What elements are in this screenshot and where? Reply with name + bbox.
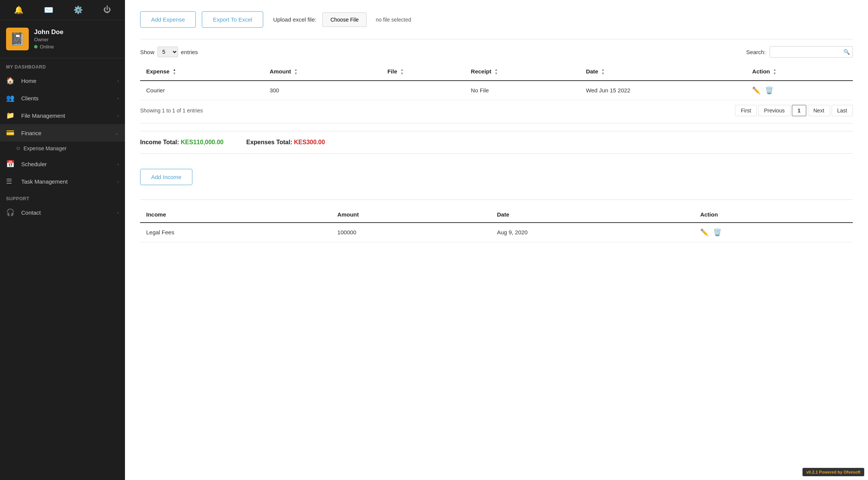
income-amount-col-header: Amount: [331, 207, 491, 223]
user-status: Online: [34, 44, 63, 50]
sidebar-item-task-management-label: Task Management: [21, 178, 117, 185]
file-management-icon: 📁: [6, 111, 17, 120]
action-col-header: Action ▲▼: [746, 64, 853, 81]
search-area: Search: 🔍: [746, 46, 853, 58]
expense-table: Expense ▲▼ Amount ▲▼ File ▲▼: [140, 64, 853, 100]
previous-page-button[interactable]: Previous: [758, 105, 790, 116]
sidebar-item-finance-label: Finance: [21, 130, 115, 136]
sidebar-item-home[interactable]: 🏠 Home ›: [0, 72, 125, 89]
pagination-controls: First Previous 1 Next Last: [735, 105, 853, 116]
sidebar: 🔔 ✉️ ⚙️ ⏻ 📓 John Doe Owner Online My Das…: [0, 0, 125, 480]
gear-icon[interactable]: ⚙️: [73, 5, 83, 14]
amount-col-header[interactable]: Amount ▲▼: [264, 64, 381, 81]
income-total-value: KES110,000.00: [181, 139, 223, 145]
show-label: Show: [140, 49, 155, 55]
task-management-icon: ☰: [6, 177, 17, 185]
sidebar-item-expense-manager[interactable]: Expense Manager: [0, 142, 125, 155]
delete-icon[interactable]: 🗑️: [765, 87, 773, 94]
sidebar-item-task-management[interactable]: ☰ Task Management ›: [0, 173, 125, 190]
file-col-header[interactable]: File ▲▼: [381, 64, 465, 81]
chevron-right-icon: ›: [117, 95, 119, 101]
finance-icon: 💳: [6, 129, 17, 137]
chevron-right-icon: ›: [117, 78, 119, 84]
next-page-button[interactable]: Next: [808, 105, 830, 116]
income-edit-icon[interactable]: ✏️: [700, 229, 709, 236]
sidebar-item-expense-manager-label: Expense Manager: [23, 145, 67, 151]
version-brand: Ofvesoft: [843, 470, 860, 474]
income-action-col-header: Action: [694, 207, 853, 223]
action-cell: ✏️ 🗑️: [746, 81, 853, 100]
last-page-button[interactable]: Last: [832, 105, 853, 116]
amount-cell: 300: [264, 81, 381, 100]
pagination-row: Showing 1 to 1 of 1 entries First Previo…: [140, 105, 853, 116]
sidebar-item-contact[interactable]: 🎧 Contact ›: [0, 204, 125, 221]
first-page-button[interactable]: First: [735, 105, 757, 116]
upload-label: Upload excel file:: [273, 16, 316, 23]
expenses-total-value: KES300.00: [294, 139, 325, 145]
add-income-section: Add Income: [140, 161, 853, 193]
receipt-cell: No File: [465, 81, 580, 100]
income-date-cell: Aug 9, 2020: [491, 223, 694, 242]
income-table: Income Amount Date Action Legal Fees 100…: [140, 207, 853, 242]
export-excel-button[interactable]: Export To Excel: [202, 11, 263, 28]
section-support: Support: [0, 190, 125, 204]
sidebar-item-clients[interactable]: 👥 Clients ›: [0, 89, 125, 107]
expenses-total: Expenses Total: KES300.00: [246, 139, 325, 146]
sidebar-item-file-management-label: File Management: [21, 112, 117, 119]
sort-icons-amount: ▲▼: [294, 68, 298, 76]
bell-icon[interactable]: 🔔: [14, 5, 23, 14]
entries-select[interactable]: 5 10 25 50: [158, 47, 178, 57]
sidebar-item-clients-label: Clients: [21, 95, 117, 101]
sub-dot-icon: [17, 147, 20, 150]
version-text: v0.2.1 Powered by: [806, 470, 843, 474]
online-indicator: [34, 45, 37, 48]
expense-cell: Courier: [140, 81, 264, 100]
user-name: John Doe: [34, 28, 63, 36]
table-row: Courier 300 No File Wed Jun 15 2022 ✏️ 🗑…: [140, 81, 853, 100]
chevron-right-icon: ›: [117, 210, 119, 215]
add-income-button[interactable]: Add Income: [140, 169, 192, 185]
income-amount-cell: 100000: [331, 223, 491, 242]
current-page-button[interactable]: 1: [792, 105, 806, 116]
sidebar-top-icons: 🔔 ✉️ ⚙️ ⏻: [0, 0, 125, 20]
income-date-col-header: Date: [491, 207, 694, 223]
show-entries: Show 5 10 25 50 entries: [140, 47, 198, 57]
receipt-col-header[interactable]: Receipt ▲▼: [465, 64, 580, 81]
add-expense-button[interactable]: Add Expense: [140, 11, 196, 28]
mail-icon[interactable]: ✉️: [44, 5, 53, 14]
sort-icons-receipt: ▲▼: [495, 68, 498, 76]
search-input[interactable]: [770, 46, 853, 58]
search-icon: 🔍: [843, 49, 850, 55]
power-icon[interactable]: ⏻: [103, 5, 111, 14]
entries-label: entries: [181, 49, 198, 55]
choose-file-button[interactable]: Choose File: [322, 12, 367, 27]
chevron-right-icon: ›: [117, 113, 119, 118]
income-col-header: Income: [140, 207, 331, 223]
income-delete-icon[interactable]: 🗑️: [713, 229, 721, 236]
sort-icons-date: ▲▼: [601, 68, 605, 76]
version-badge: v0.2.1 Powered by Ofvesoft: [802, 468, 864, 476]
expenses-total-label: Expenses Total:: [246, 139, 292, 145]
avatar: 📓: [6, 28, 29, 50]
sidebar-item-scheduler-label: Scheduler: [21, 161, 117, 167]
date-col-header[interactable]: Date ▲▼: [580, 64, 746, 81]
section-my-dashboard: My Dashboard: [0, 58, 125, 72]
chevron-right-icon: ›: [117, 161, 119, 167]
income-action-cell: ✏️ 🗑️: [694, 223, 853, 242]
income-table-section: Income Amount Date Action Legal Fees 100…: [140, 207, 853, 242]
sidebar-item-scheduler[interactable]: 📅 Scheduler ›: [0, 155, 125, 173]
action-bar: Add Expense Export To Excel Upload excel…: [140, 11, 853, 28]
table-controls: Show 5 10 25 50 entries Search: 🔍: [140, 46, 853, 58]
sidebar-profile: 📓 John Doe Owner Online: [0, 20, 125, 58]
divider-3: [140, 199, 853, 200]
edit-icon[interactable]: ✏️: [752, 87, 760, 94]
chevron-right-icon: ›: [117, 179, 119, 184]
income-total: Income Total: KES110,000.00: [140, 139, 223, 146]
sort-icons-file: ▲▼: [400, 68, 404, 76]
sort-icons-expense: ▲▼: [173, 68, 176, 76]
sidebar-item-finance[interactable]: 💳 Finance ⌄: [0, 124, 125, 142]
no-file-text: no file selected: [376, 17, 411, 23]
expense-col-header[interactable]: Expense ▲▼: [140, 64, 264, 81]
sidebar-item-file-management[interactable]: 📁 File Management ›: [0, 107, 125, 124]
file-cell: [381, 81, 465, 100]
